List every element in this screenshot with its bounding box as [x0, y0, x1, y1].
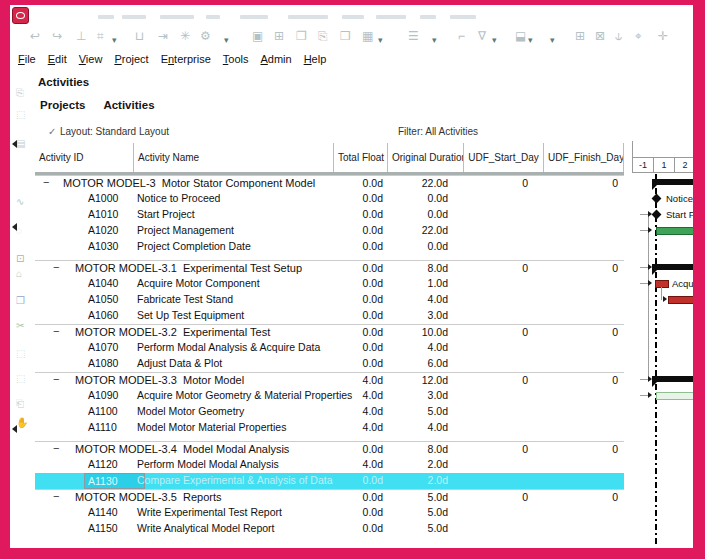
milestone-diamond-icon[interactable]	[652, 194, 662, 204]
dropdown-caret-icon[interactable]: ▾	[492, 33, 497, 47]
curve-icon[interactable]: ∿	[16, 196, 24, 207]
menu-admin[interactable]: Admin	[260, 53, 291, 65]
copy-pages-icon[interactable]: ❐	[16, 295, 25, 306]
activity-name-cell[interactable]: Start Project	[137, 208, 195, 220]
dropdown-caret-icon[interactable]: ▾	[550, 33, 555, 47]
column-header[interactable]: Original Duration	[387, 143, 463, 172]
table-row-A1020[interactable]: A1020Project Management0.0d22.0d	[35, 223, 624, 239]
dropdown-caret-icon[interactable]: ▾	[432, 33, 437, 47]
activity-id-cell[interactable]: A1070	[88, 341, 118, 353]
tab-projects[interactable]: Projects	[40, 99, 85, 111]
activity-id-cell[interactable]: A1060	[88, 309, 118, 321]
home-icon[interactable]: ⊥	[76, 29, 86, 43]
group-row[interactable]: −MOTOR MODEL-3.4 Model Modal Analysis0.0…	[35, 441, 624, 458]
table-row-A1150[interactable]: A1150Write Analytical Model Report0.0d5.…	[35, 521, 624, 537]
task-bar-red[interactable]	[655, 280, 669, 288]
activity-name-cell[interactable]: Set Up Test Equipment	[137, 309, 244, 321]
forward-icon[interactable]: ↪	[52, 29, 62, 43]
activity-id-cell[interactable]: A1120	[88, 458, 118, 470]
activity-id-cell[interactable]: A1080	[88, 357, 118, 369]
summary-bar[interactable]	[652, 179, 693, 185]
activity-id-cell[interactable]: A1100	[88, 405, 118, 417]
dropdown-caret-icon[interactable]: ▾	[528, 33, 533, 47]
filter-label[interactable]: Filter: All Activities	[398, 126, 478, 137]
group-row[interactable]: −MOTOR MODEL-3.2 Experimental Test0.0d10…	[35, 324, 624, 341]
task-bar-palegreen[interactable]	[656, 392, 693, 400]
split-view-icon[interactable]: ⬓	[515, 29, 526, 43]
zoom-in-icon[interactable]: ⊞	[575, 29, 585, 43]
back-icon[interactable]: ↩	[30, 29, 40, 43]
collapse-minus-icon[interactable]: −	[53, 325, 59, 337]
table-row-A1070[interactable]: A1070Perform Modal Analysis & Acquire Da…	[35, 340, 624, 356]
table-row-A1100[interactable]: A1100Model Motor Geometry4.0d5.0d	[35, 404, 624, 420]
task-bar-red[interactable]	[668, 296, 693, 304]
pane-collapse-arrow-icon[interactable]	[12, 223, 17, 231]
layout-icon[interactable]: ▣	[252, 29, 263, 43]
relationship-icon[interactable]: ⌐	[458, 29, 465, 43]
fit-timescale-icon[interactable]: ⫝	[615, 29, 622, 43]
tab-activities[interactable]: Activities	[103, 99, 154, 111]
collapse-minus-icon[interactable]: −	[53, 490, 59, 502]
activity-id-cell[interactable]: A1140	[88, 506, 118, 518]
directory-icon[interactable]: ⌗	[97, 29, 104, 43]
column-header[interactable]: UDF_Finish_Day	[543, 143, 624, 172]
activity-name-cell[interactable]: Write Analytical Model Report	[137, 522, 275, 534]
menu-file[interactable]: File	[18, 53, 36, 65]
column-header[interactable]: Total Float	[333, 143, 387, 172]
resources-panel-icon[interactable]: ⬚	[16, 109, 25, 120]
hand-icon[interactable]: ✋	[16, 417, 28, 428]
activity-id-cell[interactable]: A1150	[88, 522, 118, 534]
chart-box-icon[interactable]: ⊡	[16, 253, 24, 264]
group-sort-icon[interactable]: ☰	[408, 29, 419, 43]
window-icon[interactable]: ❒	[340, 29, 351, 43]
activity-id-cell[interactable]: A1040	[88, 277, 118, 289]
target-icon[interactable]: ⌖	[635, 29, 642, 43]
menu-enterprise[interactable]: Enterprise	[161, 53, 211, 65]
home-panel-icon[interactable]: ⌂	[16, 268, 22, 279]
menu-edit[interactable]: Edit	[48, 53, 67, 65]
task-bar-green[interactable]	[656, 227, 693, 235]
activity-id-cell[interactable]: A1050	[88, 293, 118, 305]
summary-bar[interactable]	[652, 264, 693, 270]
pane-collapse-arrow-icon[interactable]	[12, 425, 17, 433]
timescale-day-cell[interactable]: -1	[632, 157, 654, 173]
activity-name-cell[interactable]: Adjust Data & Plot	[137, 357, 222, 369]
activity-name-cell[interactable]: Notice to Proceed	[137, 192, 220, 204]
indent-icon[interactable]: ⇥	[158, 29, 168, 43]
group-row[interactable]: −MOTOR MODEL-3.5 Reports0.0d5.0d00	[35, 489, 624, 506]
table-row-A1090[interactable]: A1090Acquire Motor Geometry & Material P…	[35, 388, 624, 404]
group-row[interactable]: −MOTOR MODEL-3 Motor Stator Component Mo…	[35, 175, 624, 192]
copy-icon[interactable]: ❐	[296, 29, 307, 43]
activity-name-cell[interactable]: Acquire Motor Component	[137, 277, 260, 289]
collapse-minus-icon[interactable]: −	[53, 261, 59, 273]
schedule-icon[interactable]: ▦	[362, 29, 373, 43]
summary-bar[interactable]	[652, 376, 693, 382]
table-row-A1030[interactable]: A1030Project Completion Date0.0d0.0d	[35, 239, 624, 255]
collapse-minus-icon[interactable]: −	[53, 373, 59, 385]
table-row-A1050[interactable]: A1050Fabricate Test Stand0.0d4.0d	[35, 292, 624, 308]
filter-funnel-icon[interactable]: ∇	[478, 29, 486, 43]
box-icon[interactable]: ⬚	[16, 348, 25, 359]
title-bar[interactable]	[10, 5, 693, 25]
collapse-minus-icon[interactable]: −	[43, 176, 49, 188]
dropdown-caret-icon[interactable]: ▾	[224, 33, 229, 47]
timescale-day-cell[interactable]: 2	[674, 157, 693, 173]
column-header[interactable]: UDF_Start_Day	[463, 143, 543, 172]
activity-id-cell[interactable]: A1010	[88, 208, 118, 220]
menu-help[interactable]: Help	[304, 53, 327, 65]
wizard-icon[interactable]: ✳	[180, 29, 190, 43]
add-icon[interactable]: ⊞	[274, 29, 284, 43]
table-row-A1060[interactable]: A1060Set Up Test Equipment0.0d3.0d	[35, 308, 624, 324]
settings-icon[interactable]: ⚙	[200, 29, 211, 43]
activity-name-cell[interactable]: Project Management	[137, 224, 234, 236]
paste-icon[interactable]: ⎘	[318, 29, 328, 43]
table-row-A1000[interactable]: A1000Notice to Proceed0.0d0.0d	[35, 191, 624, 207]
zoom-out-icon[interactable]: ⊠	[595, 29, 605, 43]
group-row[interactable]: −MOTOR MODEL-3.1 Experimental Test Setup…	[35, 260, 624, 277]
activity-id-cell[interactable]: A1090	[88, 389, 118, 401]
activity-name-cell[interactable]: Perform Modal Analysis & Acquire Data	[137, 341, 320, 353]
dropdown-caret-icon[interactable]: ▾	[378, 33, 383, 47]
crosshair-icon[interactable]: ✛	[658, 29, 668, 43]
table-row-A1130[interactable]: A1130Compare Experimental & Analysis of …	[35, 473, 624, 489]
clipboard-icon[interactable]: ⎗	[16, 398, 24, 410]
